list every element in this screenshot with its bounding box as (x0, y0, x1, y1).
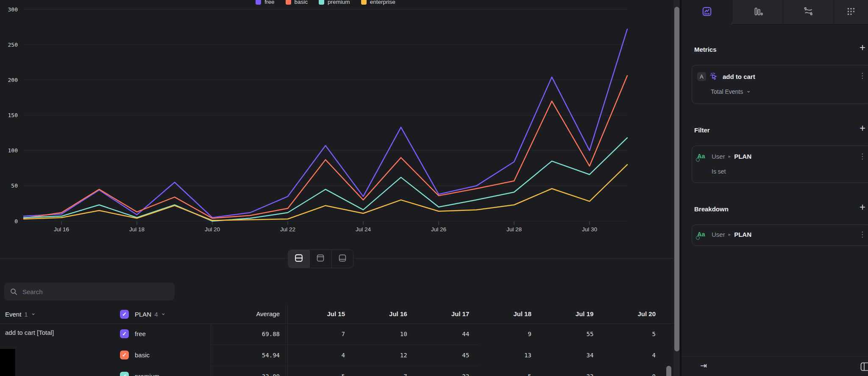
data-cell: 9 (472, 323, 531, 345)
data-cell: 0 (596, 366, 656, 376)
kebab-menu-icon[interactable]: ⋮ (859, 71, 866, 80)
breadcrumb-arrow-icon: ▸ (729, 154, 731, 159)
filter-property[interactable]: User ▸ PLAN (712, 153, 751, 160)
table-scrollbar-thumb[interactable] (666, 366, 671, 376)
check-icon: ✓ (122, 352, 127, 358)
layout-toggle (288, 250, 353, 268)
plan-column-dropdown[interactable]: PLAN 4 ⌄ (135, 305, 166, 323)
breakdown-property[interactable]: User ▸ PLAN (712, 231, 751, 238)
x-axis-label: Jul 16 (54, 226, 69, 233)
data-cell: 13 (472, 345, 531, 366)
line-chart[interactable]: 050100150200250300Jul 16Jul 18Jul 20Jul … (0, 0, 673, 260)
property-name: PLAN (734, 231, 751, 238)
y-axis-label: 200 (8, 77, 18, 83)
data-cell: 5 (472, 366, 531, 376)
kebab-menu-icon[interactable]: ⋮ (859, 152, 866, 161)
kebab-menu-icon[interactable]: ⋮ (859, 230, 866, 239)
data-cell: 10 (348, 323, 407, 345)
y-axis-label: 150 (8, 112, 18, 118)
data-cell: 45 (410, 345, 469, 366)
search-input[interactable] (22, 288, 169, 296)
y-axis-label: 100 (8, 147, 18, 154)
event-column-dropdown[interactable]: Event 1 ⌄ (5, 305, 36, 323)
x-axis-label: Jul 20 (205, 226, 220, 233)
layout-chart-only-button[interactable] (310, 250, 331, 268)
series-label: basic (135, 345, 150, 366)
y-axis-label: 300 (8, 6, 18, 13)
tab-bar-chart[interactable] (732, 0, 783, 25)
event-count: 1 (24, 311, 28, 318)
average-value: 54.94 (220, 345, 280, 366)
add-filter-button[interactable]: + (860, 124, 865, 132)
add-breakdown-button[interactable]: + (860, 203, 865, 211)
check-icon: ✓ (122, 311, 127, 317)
legend-swatch (256, 0, 261, 5)
property-scope: User (712, 153, 725, 160)
filter-heading: Filter (694, 126, 710, 134)
table-row-basic[interactable]: ✓basic54.944124513344 (0, 345, 673, 366)
plan-column-label: PLAN (135, 311, 151, 318)
table-series-divider (211, 323, 211, 376)
data-cell: 23 (534, 366, 593, 376)
metric-card[interactable]: A add to cart ⋮ Total Events ⌄ (692, 65, 868, 104)
data-cell: 23 (410, 366, 469, 376)
series-checkbox-basic[interactable]: ✓ (120, 351, 129, 359)
legend-label: free (264, 0, 274, 5)
insights-line-chart-icon (701, 6, 712, 19)
property-name: PLAN (734, 153, 751, 160)
tab-flows[interactable] (783, 0, 834, 25)
flows-icon (803, 6, 814, 19)
table-row-premium[interactable]: ✓premium33.0057235230 (0, 366, 673, 376)
tab-more-charts[interactable] (834, 0, 868, 25)
page-scrollbar (673, 0, 680, 376)
data-cell: 4 (286, 345, 345, 366)
legend-item-free[interactable]: free (256, 0, 274, 5)
filter-operator[interactable]: Is set (712, 168, 726, 175)
x-axis-label: Jul 26 (431, 226, 446, 233)
property-scope: User (712, 231, 725, 238)
legend-item-basic[interactable]: basic (286, 0, 308, 5)
breakdown-card[interactable]: Aa User ▸ PLAN ⋮ (692, 224, 868, 246)
series-checkbox-premium[interactable]: ✓ (120, 372, 129, 376)
x-axis-label: Jul 30 (582, 226, 597, 233)
data-cell: 12 (348, 345, 407, 366)
text-property-icon: Aa (697, 231, 708, 239)
legend-item-premium[interactable]: premium (319, 0, 350, 5)
layout-split-view-button[interactable] (288, 250, 310, 268)
chevron-down-icon: ⌄ (161, 311, 166, 315)
layout-table-only-button[interactable] (332, 250, 353, 268)
plan-count: 4 (154, 311, 158, 318)
metric-event-name[interactable]: add to cart (723, 73, 755, 80)
table-row-free[interactable]: ✓free69.88710449555 (0, 323, 673, 345)
date-column-header: Jul 17 (410, 305, 469, 323)
series-checkbox-free[interactable]: ✓ (120, 329, 129, 338)
table-left-gutter (0, 349, 15, 376)
data-cell: 44 (410, 323, 469, 345)
bar-chart-icon (752, 6, 763, 19)
x-axis-label: Jul 22 (280, 226, 295, 233)
side-panel-icon[interactable] (860, 362, 868, 373)
select-all-checkbox[interactable]: ✓ (120, 310, 129, 319)
page-scrollbar-thumb[interactable] (674, 7, 679, 351)
date-column-header: Jul 20 (596, 305, 656, 323)
series-line-basic[interactable] (24, 76, 627, 218)
data-cell: 7 (348, 366, 407, 376)
x-axis-label: Jul 24 (356, 226, 371, 233)
filter-card[interactable]: Aa User ▸ PLAN ⋮ Is set (692, 146, 868, 183)
x-axis-label: Jul 28 (506, 226, 522, 233)
metrics-heading: Metrics (694, 46, 717, 53)
chevron-down-icon: ⌄ (31, 311, 36, 315)
series-label: premium (135, 366, 159, 376)
data-cell: 55 (534, 323, 593, 345)
average-value: 69.88 (220, 323, 280, 345)
metric-aggregation-dropdown[interactable]: Total Events ⌄ (711, 88, 751, 95)
tab-line-chart[interactable] (682, 0, 732, 25)
legend-swatch (361, 0, 367, 5)
collapse-panel-icon[interactable]: ⇥ (700, 361, 707, 370)
query-builder-panel: Metrics + A add to cart ⋮ Total Events ⌄… (682, 0, 868, 376)
legend-item-enterprise[interactable]: enterprise (361, 0, 395, 5)
add-metric-button[interactable]: + (860, 43, 865, 52)
data-cell: 7 (286, 323, 345, 345)
report-canvas: freebasicpremiumenterprise 0501001502002… (0, 0, 673, 376)
table-header: Event 1 ⌄ ✓ PLAN 4 ⌄ Average Jul 15Jul 1… (0, 305, 673, 324)
